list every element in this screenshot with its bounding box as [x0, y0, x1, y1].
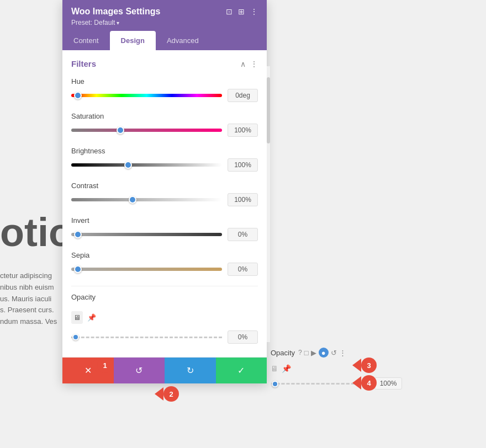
badge-3-container: 3	[352, 358, 377, 373]
saturation-track	[71, 129, 222, 132]
contrast-label: Contrast	[71, 182, 258, 190]
contrast-track	[71, 198, 222, 201]
contrast-value: 100%	[228, 193, 258, 206]
right-panel-icon-group: ? □ ▶ ● ↺ ⋮	[298, 348, 346, 358]
sepia-filter: Sepia 0%	[71, 251, 258, 276]
device-icons-row: 🖥 📌	[71, 309, 258, 326]
scrollbar-thumb[interactable]	[267, 77, 270, 143]
hue-slider[interactable]	[71, 91, 222, 100]
panel-header: Woo Images Settings ⊡ ⊞ ⋮ Preset: Defaul…	[62, 0, 267, 31]
badge-2-circle: 2	[163, 386, 179, 402]
brightness-filter: Brightness 100%	[71, 147, 258, 172]
tab-content[interactable]: Content	[62, 31, 110, 50]
scrollbar-track[interactable]	[267, 66, 270, 342]
invert-thumb[interactable]	[74, 231, 82, 238]
tab-bar: Content Design Advanced	[62, 31, 267, 50]
opacity-value: 0%	[228, 330, 258, 344]
invert-track	[71, 233, 222, 236]
filters-section-header: Filters ∧ ⋮	[71, 59, 258, 68]
hue-thumb[interactable]	[74, 92, 82, 99]
badge-4-container: 4	[352, 375, 377, 391]
badge-1-arrow	[88, 359, 97, 372]
device-pin-btn[interactable]: 📌	[85, 311, 98, 324]
invert-value: 0%	[228, 228, 258, 241]
invert-slider[interactable]	[71, 230, 222, 239]
right-icon-cursor[interactable]: ▶	[311, 349, 316, 357]
brightness-label: Brightness	[71, 147, 258, 155]
saturation-slider[interactable]	[71, 126, 222, 135]
contrast-slider[interactable]	[71, 195, 222, 204]
hue-value: 0deg	[228, 89, 258, 102]
sepia-slider[interactable]	[71, 265, 222, 274]
tab-design[interactable]: Design	[110, 31, 156, 50]
contrast-controls: 100%	[71, 193, 258, 206]
right-opacity-value: 100%	[374, 377, 402, 390]
right-opacity-thumb[interactable]	[272, 381, 278, 387]
badge-1-circle: 1	[97, 358, 113, 373]
section-more-btn[interactable]: ⋮	[250, 60, 258, 68]
filters-title: Filters	[71, 59, 96, 68]
sepia-controls: 0%	[71, 263, 258, 276]
more-icon[interactable]: ⋮	[250, 7, 258, 16]
hue-filter: Hue 0deg	[71, 77, 258, 102]
opacity-track-container[interactable]	[71, 337, 222, 338]
opacity-section: Opacity 🖥 📌 0%	[71, 286, 258, 348]
settings-panel: Woo Images Settings ⊡ ⊞ ⋮ Preset: Defaul…	[62, 0, 267, 383]
undo-button[interactable]: ↺	[114, 358, 165, 383]
badge-4-arrow	[352, 376, 361, 390]
opacity-thumb[interactable]	[72, 334, 79, 340]
right-icon-question[interactable]: ?	[298, 349, 302, 356]
bg-small-text: ctetur adipiscing nibus nibh euism us. M…	[0, 270, 57, 328]
saturation-controls: 100%	[71, 124, 258, 137]
save-button[interactable]: ✓	[216, 358, 267, 383]
panel-title: Woo Images Settings	[71, 7, 161, 17]
tab-advanced[interactable]: Advanced	[156, 31, 210, 50]
panel-body: Filters ∧ ⋮ Hue 0deg Saturation	[62, 50, 267, 357]
section-action-buttons: ∧ ⋮	[240, 60, 258, 68]
brightness-value: 100%	[228, 158, 258, 172]
right-icon-monitor[interactable]: □	[304, 349, 309, 357]
invert-controls: 0%	[71, 228, 258, 241]
contrast-filter: Contrast 100%	[71, 182, 258, 206]
right-icon-undo[interactable]: ↺	[331, 349, 337, 357]
preset-label[interactable]: Preset: Default	[71, 19, 258, 26]
sepia-track	[71, 268, 222, 271]
saturation-value: 100%	[228, 124, 258, 137]
saturation-thumb[interactable]	[117, 126, 124, 134]
badge-1-container: 1	[88, 358, 113, 373]
right-opacity-panel: Opacity ? □ ▶ ● ↺ ⋮ 🖥 📌 100%	[271, 348, 402, 390]
opacity-label: Opacity	[71, 293, 96, 301]
panel-header-icons: ⊡ ⊞ ⋮	[226, 7, 258, 16]
hue-label: Hue	[71, 77, 258, 86]
right-opacity-header-row: Opacity ? □ ▶ ● ↺ ⋮	[271, 348, 402, 358]
expand-icon[interactable]: ⊡	[226, 7, 233, 16]
grid-icon[interactable]: ⊞	[238, 7, 245, 16]
brightness-thumb[interactable]	[124, 161, 132, 169]
right-icon-circle-active[interactable]: ●	[319, 348, 329, 358]
invert-label: Invert	[71, 216, 258, 225]
saturation-label: Saturation	[71, 112, 258, 120]
sepia-label: Sepia	[71, 251, 258, 259]
badge-2-arrow	[155, 387, 163, 401]
badge-4-circle: 4	[361, 375, 377, 391]
brightness-slider[interactable]	[71, 161, 222, 169]
right-pin-icon[interactable]: 📌	[282, 364, 291, 373]
contrast-thumb[interactable]	[129, 196, 136, 204]
hue-controls: 0deg	[71, 89, 258, 102]
brightness-controls: 100%	[71, 158, 258, 172]
right-device-icons-row: 🖥 📌	[271, 364, 402, 373]
redo-button[interactable]: ↻	[165, 358, 216, 383]
right-icon-more[interactable]: ⋮	[339, 349, 346, 357]
opacity-slider-row: 0%	[71, 326, 258, 348]
saturation-filter: Saturation 100%	[71, 112, 258, 137]
right-monitor-icon[interactable]: 🖥	[271, 364, 278, 373]
opacity-dashed-track	[71, 337, 222, 338]
right-slider-row: 100%	[271, 377, 402, 390]
right-opacity-label: Opacity	[271, 349, 295, 357]
collapse-btn[interactable]: ∧	[240, 60, 246, 68]
device-monitor-btn[interactable]: 🖥	[71, 311, 83, 324]
sepia-thumb[interactable]	[74, 265, 82, 273]
sepia-value: 0%	[228, 263, 258, 276]
opacity-header-row: Opacity	[71, 293, 258, 305]
invert-filter: Invert 0%	[71, 216, 258, 241]
